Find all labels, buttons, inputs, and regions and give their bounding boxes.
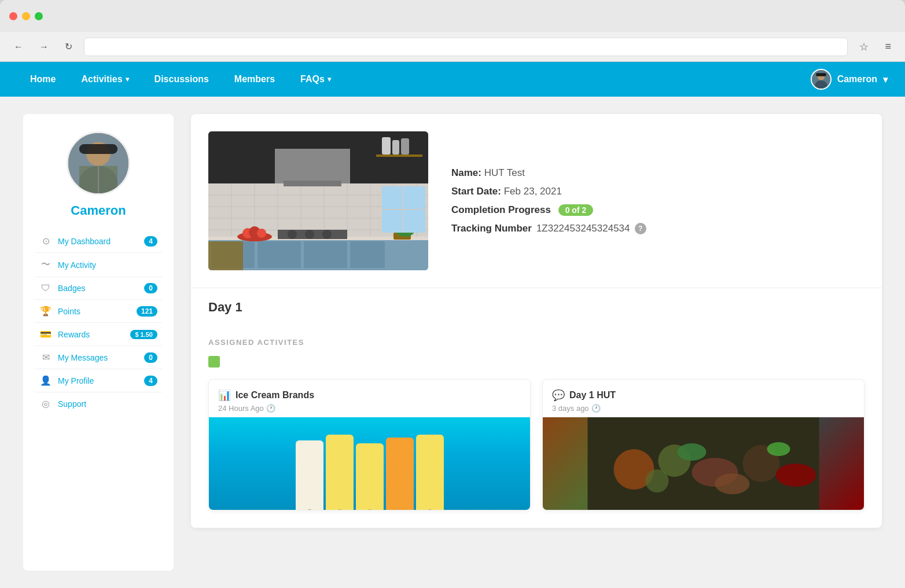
sidebar-label-rewards: Rewards: [58, 330, 124, 339]
hero-date-row: Start Date: Feb 23, 2021: [451, 186, 646, 197]
svg-rect-37: [284, 181, 341, 186]
ice-cream-time-label: 24 Hours Ago: [218, 404, 264, 413]
activity-card-day1-hut[interactable]: 💬 Day 1 HUT 3 days ago 🕐: [542, 379, 864, 510]
day1-hut-time: 3 days ago 🕐: [552, 404, 855, 413]
clock-icon: 🕐: [266, 404, 275, 413]
hero-name-value: HUT Test: [484, 167, 525, 178]
back-button[interactable]: ←: [9, 39, 28, 54]
traffic-light-green[interactable]: [35, 12, 43, 20]
svg-rect-40: [392, 140, 399, 155]
hero-tracking-label: Tracking Number: [451, 223, 532, 234]
points-icon: 🏆: [39, 306, 52, 317]
sidebar-label-messages: My Messages: [58, 353, 138, 362]
sidebar-item-dashboard[interactable]: ⊙ My Dashboard 4: [35, 230, 162, 253]
sidebar-item-activity[interactable]: 〜 My Activity: [35, 253, 162, 277]
hero-completion-label: Completion Progress: [451, 204, 551, 215]
popsicle-2: [326, 435, 354, 510]
nav-avatar: [811, 69, 832, 90]
hero-top: Name: HUT Test Start Date: Feb 23, 2021 …: [191, 114, 882, 288]
completion-badge: 0 of 2: [558, 204, 594, 216]
nav-faqs[interactable]: FAQs ▾: [288, 62, 344, 97]
nav-user[interactable]: Cameron ▾: [811, 69, 888, 90]
hero-date-value: Feb 23, 2021: [504, 186, 562, 197]
sidebar-item-rewards[interactable]: 💳 Rewards $ 1.50: [35, 323, 162, 346]
rewards-badge: $ 1.50: [130, 330, 157, 339]
activity-cards: 📊 Ice Cream Brands 24 Hours Ago 🕐: [208, 379, 864, 510]
ice-cream-header: 📊 Ice Cream Brands 24 Hours Ago 🕐: [209, 380, 530, 417]
badges-icon: 🛡: [39, 283, 52, 293]
nav-home[interactable]: Home: [17, 62, 68, 97]
nav-activities[interactable]: Activities ▾: [68, 62, 141, 97]
popsicle-1: [296, 440, 323, 510]
popsicle-4: [386, 438, 414, 510]
hero-tracking-row: Tracking Number 1Z322453245324534 ?: [451, 223, 646, 234]
nav-discussions[interactable]: Discussions: [142, 62, 222, 97]
svg-point-60: [715, 473, 750, 494]
traffic-light-red[interactable]: [9, 12, 17, 20]
page-content: Cameron ⊙ My Dashboard 4 〜 My Activity 🛡…: [0, 97, 905, 588]
dashboard-icon: ⊙: [39, 236, 52, 247]
popsicle-row: [296, 435, 444, 510]
support-icon: ◎: [39, 398, 52, 409]
sidebar-item-points[interactable]: 🏆 Points 121: [35, 300, 162, 323]
faqs-chevron-icon: ▾: [328, 62, 331, 97]
browser-menu-button[interactable]: ≡: [880, 38, 896, 55]
svg-rect-49: [208, 241, 243, 270]
svg-point-33: [288, 230, 297, 239]
svg-rect-41: [401, 138, 409, 155]
sidebar-label-dashboard: My Dashboard: [58, 237, 138, 246]
user-chevron-icon: ▾: [883, 74, 888, 85]
activity-card-ice-cream[interactable]: 📊 Ice Cream Brands 24 Hours Ago 🕐: [208, 379, 531, 510]
bookmark-button[interactable]: ☆: [855, 38, 873, 56]
refresh-button[interactable]: ↻: [60, 39, 77, 54]
nav-members[interactable]: Members: [222, 62, 288, 97]
traffic-light-yellow[interactable]: [22, 12, 30, 20]
svg-rect-28: [257, 241, 301, 268]
day1-hut-time-label: 3 days ago: [552, 404, 589, 413]
activities-section-title: ASSIGNED ACTIVITES: [208, 338, 864, 347]
sidebar-label-profile: My Profile: [58, 376, 138, 385]
sidebar-item-profile[interactable]: 👤 My Profile 4: [35, 369, 162, 392]
svg-rect-29: [304, 241, 347, 268]
popsicle-3: [356, 443, 384, 510]
svg-rect-36: [275, 149, 350, 183]
sidebar-item-badges[interactable]: 🛡 Badges 0: [35, 277, 162, 300]
messages-icon: ✉: [39, 352, 52, 363]
sidebar-label-points: Points: [58, 307, 131, 316]
hero-section: Name: HUT Test Start Date: Feb 23, 2021 …: [191, 114, 882, 528]
svg-point-61: [678, 443, 707, 461]
activities-section: ASSIGNED ACTIVITES 📊 Ice Cream Brands 24…: [191, 326, 882, 528]
hero-completion-row: Completion Progress 0 of 2: [451, 204, 646, 216]
progress-indicator: [208, 356, 220, 368]
svg-point-62: [767, 442, 790, 456]
chat-icon: 💬: [552, 389, 565, 402]
day1-hut-image: [543, 417, 864, 510]
hero-image: [208, 131, 428, 270]
ice-cream-time: 24 Hours Ago 🕐: [218, 404, 521, 413]
traffic-lights: [9, 12, 43, 20]
svg-rect-3: [816, 73, 826, 76]
address-bar[interactable]: [84, 38, 848, 56]
svg-rect-38: [376, 155, 422, 157]
hero-date-label: Start Date:: [451, 186, 501, 197]
help-icon[interactable]: ?: [635, 223, 646, 234]
activity-icon: 〜: [39, 259, 52, 271]
sidebar-username: Cameron: [71, 203, 126, 218]
sidebar-item-messages[interactable]: ✉ My Messages 0: [35, 346, 162, 369]
main-nav: Home Activities ▾ Discussions Members FA…: [0, 62, 905, 97]
forward-button[interactable]: →: [35, 39, 53, 54]
day1-hut-title: 💬 Day 1 HUT: [552, 389, 855, 402]
day1-hut-label: Day 1 HUT: [569, 390, 616, 400]
ice-cream-title: 📊 Ice Cream Brands: [218, 389, 521, 402]
points-badge: 121: [137, 306, 157, 317]
main-content: Name: HUT Test Start Date: Feb 23, 2021 …: [191, 114, 882, 571]
profile-icon: 👤: [39, 375, 52, 386]
svg-rect-39: [382, 137, 391, 155]
ice-cream-label: Ice Cream Brands: [236, 390, 314, 400]
svg-rect-30: [350, 241, 385, 268]
survey-icon: 📊: [218, 389, 231, 402]
sidebar-item-support[interactable]: ◎ Support: [35, 392, 162, 415]
badges-badge: 0: [144, 283, 157, 293]
ice-cream-image: [209, 417, 530, 510]
svg-point-34: [305, 230, 314, 239]
